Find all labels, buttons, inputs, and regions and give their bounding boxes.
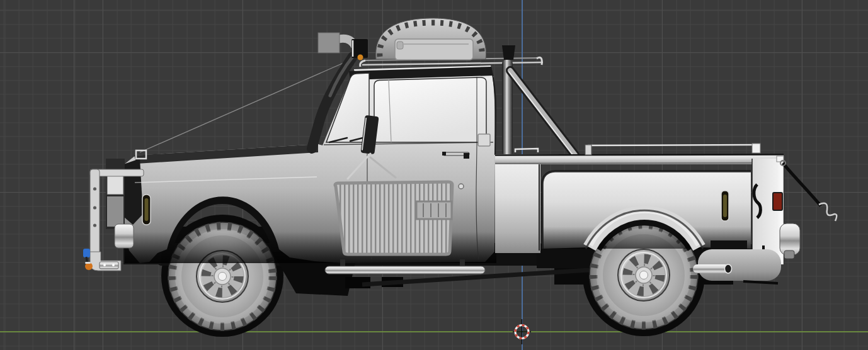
truck-model[interactable] xyxy=(0,0,868,350)
rack-handle-rear xyxy=(537,57,542,65)
headlight xyxy=(107,174,123,195)
exhaust-pipe xyxy=(693,264,729,273)
rear-marker-light xyxy=(723,195,727,217)
taillight xyxy=(773,193,782,210)
3d-viewport[interactable] xyxy=(0,0,868,350)
roll-bar-brace xyxy=(510,71,575,155)
rack-handle-front xyxy=(360,60,365,67)
snorkel-amber-light xyxy=(358,55,363,60)
roll-bar-lamp xyxy=(502,45,515,60)
tailgate-cable xyxy=(783,163,821,206)
hitch xyxy=(784,251,794,259)
jerry-can xyxy=(395,39,473,60)
bed-front-handle xyxy=(515,149,538,152)
bed-front-panel xyxy=(495,159,540,253)
front-bumper-end xyxy=(115,224,134,248)
cab-windows xyxy=(326,73,486,142)
body-hole xyxy=(459,184,464,189)
tie-down-rail xyxy=(588,145,756,145)
cable-hook xyxy=(819,203,837,221)
roof-rack xyxy=(360,18,543,67)
exhaust-tip xyxy=(725,264,732,273)
fuel-door xyxy=(478,134,490,146)
snorkel-airbox xyxy=(318,33,340,53)
door-lock xyxy=(464,153,469,159)
grille-side-dark xyxy=(123,159,143,225)
front-marker-light xyxy=(145,198,149,221)
tailgate xyxy=(752,159,784,264)
3d-cursor xyxy=(513,319,531,344)
